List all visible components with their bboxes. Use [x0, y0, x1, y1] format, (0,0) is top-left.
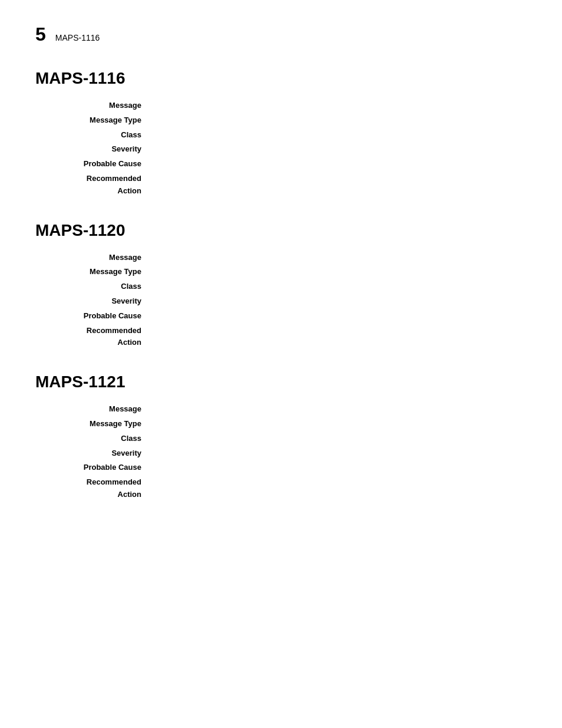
field-value-maps-1121-4: [153, 462, 527, 474]
section-title-maps-1120: MAPS-1120: [35, 221, 527, 240]
field-value-maps-1121-2: [153, 433, 527, 445]
section-title-maps-1121: MAPS-1121: [35, 373, 527, 391]
field-row-maps-1116-2: Class: [35, 129, 527, 141]
field-label-maps-1120-1: Message Type: [35, 266, 153, 278]
field-row-maps-1121-2: Class: [35, 433, 527, 445]
field-value-maps-1121-0: [153, 403, 527, 416]
field-row-maps-1121-0: Message: [35, 403, 527, 416]
field-label-maps-1116-4: Probable Cause: [35, 158, 153, 170]
field-label-maps-1120-5: RecommendedAction: [35, 325, 153, 350]
field-label-maps-1116-5: RecommendedAction: [35, 173, 153, 197]
field-row-maps-1121-1: Message Type: [35, 418, 527, 430]
field-label-maps-1121-2: Class: [35, 433, 153, 445]
field-label-maps-1116-1: Message Type: [35, 114, 153, 127]
field-label-maps-1121-1: Message Type: [35, 418, 153, 430]
field-label-maps-1116-0: Message: [35, 100, 153, 112]
field-row-maps-1116-4: Probable Cause: [35, 158, 527, 170]
page-number: 5: [35, 24, 46, 45]
page-header: 5 MAPS-1116: [35, 24, 527, 45]
field-label-maps-1120-3: Severity: [35, 295, 153, 308]
field-row-maps-1116-3: Severity: [35, 143, 527, 156]
field-value-maps-1116-4: [153, 158, 527, 170]
section-maps-1116: MAPS-1116MessageMessage TypeClassSeverit…: [35, 69, 527, 197]
field-value-maps-1121-5: [153, 476, 527, 501]
field-value-maps-1120-3: [153, 295, 527, 308]
field-value-maps-1120-4: [153, 310, 527, 322]
field-value-maps-1120-1: [153, 266, 527, 278]
field-value-maps-1116-5: [153, 173, 527, 197]
field-label-maps-1120-0: Message: [35, 252, 153, 264]
field-row-maps-1116-0: Message: [35, 100, 527, 112]
field-row-maps-1121-5: RecommendedAction: [35, 476, 527, 501]
field-row-maps-1120-0: Message: [35, 252, 527, 264]
field-value-maps-1121-1: [153, 418, 527, 430]
field-label-maps-1116-3: Severity: [35, 143, 153, 156]
field-value-maps-1116-2: [153, 129, 527, 141]
field-row-maps-1116-5: RecommendedAction: [35, 173, 527, 197]
field-row-maps-1121-4: Probable Cause: [35, 462, 527, 474]
field-row-maps-1121-3: Severity: [35, 447, 527, 460]
sections-container: MAPS-1116MessageMessage TypeClassSeverit…: [35, 69, 527, 501]
field-value-maps-1120-0: [153, 252, 527, 264]
field-row-maps-1120-1: Message Type: [35, 266, 527, 278]
field-label-maps-1121-4: Probable Cause: [35, 462, 153, 474]
field-value-maps-1116-1: [153, 114, 527, 127]
field-label-maps-1121-0: Message: [35, 403, 153, 416]
field-row-maps-1120-4: Probable Cause: [35, 310, 527, 322]
field-row-maps-1116-1: Message Type: [35, 114, 527, 127]
page-title-header: MAPS-1116: [55, 33, 100, 42]
field-value-maps-1116-3: [153, 143, 527, 156]
field-row-maps-1120-5: RecommendedAction: [35, 325, 527, 350]
section-maps-1121: MAPS-1121MessageMessage TypeClassSeverit…: [35, 373, 527, 501]
field-row-maps-1120-2: Class: [35, 281, 527, 293]
field-label-maps-1121-3: Severity: [35, 447, 153, 460]
section-title-maps-1116: MAPS-1116: [35, 69, 527, 88]
field-label-maps-1120-2: Class: [35, 281, 153, 293]
field-value-maps-1116-0: [153, 100, 527, 112]
field-value-maps-1120-2: [153, 281, 527, 293]
field-label-maps-1121-5: RecommendedAction: [35, 476, 153, 501]
field-value-maps-1120-5: [153, 325, 527, 350]
section-maps-1120: MAPS-1120MessageMessage TypeClassSeverit…: [35, 221, 527, 350]
field-label-maps-1120-4: Probable Cause: [35, 310, 153, 322]
field-value-maps-1121-3: [153, 447, 527, 460]
field-row-maps-1120-3: Severity: [35, 295, 527, 308]
field-label-maps-1116-2: Class: [35, 129, 153, 141]
